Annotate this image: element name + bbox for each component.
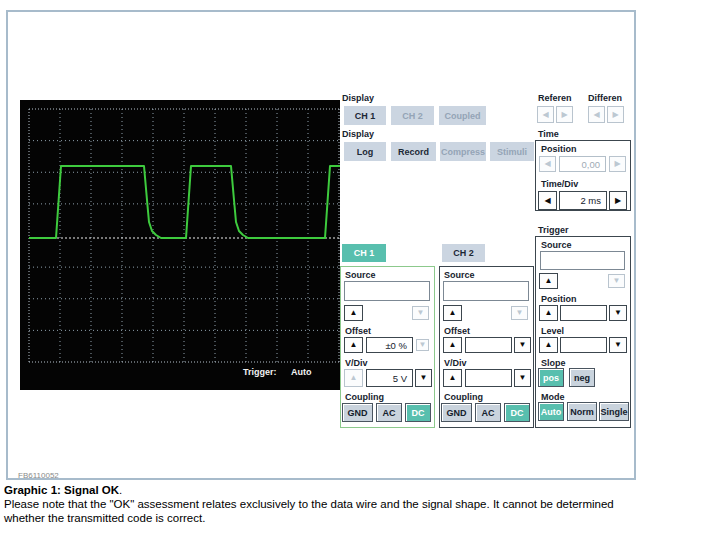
- ch1-offset-label: Offset: [345, 326, 371, 336]
- down-arrow-icon: ▼: [614, 341, 622, 349]
- record-button[interactable]: Record: [391, 142, 436, 161]
- ch2-offset-label: Offset: [444, 326, 470, 336]
- difference-prev-button[interactable]: ◀: [588, 106, 605, 123]
- caption-title-period: .: [119, 484, 122, 496]
- ch2-offset-value: [465, 337, 512, 353]
- trigger-level-down-button[interactable]: ▼: [609, 337, 627, 353]
- ch1-coupling-gnd-button[interactable]: GND: [342, 403, 373, 422]
- caption-line1: Please note that the "OK" assessment rel…: [4, 498, 614, 510]
- trigger-source-up-button[interactable]: ▲: [539, 273, 558, 289]
- slope-neg-button[interactable]: neg: [569, 368, 595, 387]
- time-position-decrease-button[interactable]: ◀: [539, 156, 556, 172]
- down-arrow-icon: ▼: [519, 374, 527, 382]
- trigger-section-box: Source ▲ ▼ Position ▲ ▼ Level ▲ ▼ Slope …: [535, 236, 631, 428]
- up-arrow-icon: ▲: [545, 309, 553, 317]
- ch2-offset-down-button[interactable]: ▼: [514, 337, 531, 353]
- tab-ch2[interactable]: CH 2: [442, 244, 485, 262]
- timediv-label: Time/Div: [541, 179, 578, 189]
- time-section-box: Position ◀ 0,00 ▶ Time/Div ◀ 2 ms ▶: [535, 140, 631, 211]
- ch1-display-button[interactable]: CH 1: [344, 106, 386, 125]
- ch1-source-up-button[interactable]: ▲: [344, 305, 363, 321]
- down-arrow-icon: ▼: [516, 309, 524, 317]
- right-arrow-icon: ▶: [612, 111, 618, 119]
- difference-next-button[interactable]: ▶: [607, 106, 624, 123]
- ch2-source-input[interactable]: [443, 281, 529, 301]
- timediv-increase-button[interactable]: ▶: [609, 191, 627, 210]
- ch2-coupling-gnd-button[interactable]: GND: [441, 403, 472, 422]
- time-position-label: Position: [541, 144, 577, 154]
- right-arrow-icon: ▶: [561, 111, 567, 119]
- display-channels-label: Display: [342, 93, 374, 103]
- ch2-vdiv-down-button[interactable]: ▼: [514, 369, 531, 387]
- up-arrow-icon: ▲: [350, 309, 358, 317]
- display-modes-label: Display: [342, 129, 374, 139]
- scope-grid: [29, 109, 339, 362]
- reference-next-button[interactable]: ▶: [556, 106, 573, 123]
- ch2-vdiv-label: V/Div: [444, 358, 467, 368]
- time-position-increase-button[interactable]: ▶: [609, 156, 626, 172]
- stimuli-button[interactable]: Stimuli: [490, 142, 534, 161]
- tab-ch1[interactable]: CH 1: [342, 244, 386, 262]
- ch2-source-down-button[interactable]: ▼: [511, 306, 528, 320]
- ch1-coupling-ac-button[interactable]: AC: [376, 403, 402, 422]
- ch1-offset-down-button[interactable]: ▼: [416, 339, 429, 351]
- ch1-vdiv-up-button[interactable]: ▲: [344, 369, 363, 387]
- scope-svg: [20, 100, 340, 390]
- trigger-source-label: Source: [541, 240, 572, 250]
- trigger-position-down-button[interactable]: ▼: [609, 305, 627, 321]
- down-arrow-icon: ▼: [614, 309, 622, 317]
- trigger-slope-label: Slope: [541, 358, 566, 368]
- down-arrow-icon: ▼: [419, 341, 427, 349]
- difference-label: Differen: [588, 93, 622, 103]
- caption-title: Graphic 1: Signal OK.: [4, 484, 122, 496]
- scope-trigger-label: Trigger:: [243, 367, 277, 377]
- ch2-display-button[interactable]: CH 2: [391, 106, 434, 125]
- document-frame: Trigger: Auto Display CH 1 CH 2 Coupled …: [6, 10, 636, 480]
- ch2-coupling-ac-button[interactable]: AC: [475, 403, 501, 422]
- trigger-level-value: [560, 337, 607, 353]
- ch2-vdiv-value: [465, 369, 512, 387]
- mode-single-button[interactable]: Single: [599, 402, 629, 421]
- time-section-label: Time: [538, 129, 559, 139]
- timediv-decrease-button[interactable]: ◀: [538, 191, 557, 210]
- trigger-position-up-button[interactable]: ▲: [539, 305, 558, 321]
- ch1-offset-value: ±0 %: [366, 337, 413, 353]
- mode-auto-button[interactable]: Auto: [538, 402, 564, 421]
- ch2-vdiv-up-button[interactable]: ▲: [443, 369, 462, 387]
- left-arrow-icon: ◀: [544, 160, 550, 168]
- trigger-level-up-button[interactable]: ▲: [539, 337, 558, 353]
- ch1-coupling-dc-button[interactable]: DC: [405, 403, 431, 422]
- scope-trigger-mode: Auto: [291, 367, 312, 377]
- ch2-coupling-dc-button[interactable]: DC: [504, 403, 530, 422]
- down-arrow-icon: ▼: [417, 309, 425, 317]
- timediv-value: 2 ms: [559, 191, 607, 210]
- trigger-position-label: Position: [541, 294, 577, 304]
- trigger-source-down-button[interactable]: ▼: [608, 274, 625, 288]
- compress-button[interactable]: Compress: [440, 142, 486, 161]
- right-arrow-icon: ▶: [614, 160, 620, 168]
- coupled-display-button[interactable]: Coupled: [439, 106, 486, 125]
- up-arrow-icon: ▲: [545, 341, 553, 349]
- reference-prev-button[interactable]: ◀: [537, 106, 554, 123]
- ch2-source-up-button[interactable]: ▲: [443, 305, 462, 321]
- left-arrow-icon: ◀: [593, 111, 599, 119]
- up-arrow-icon: ▲: [449, 341, 457, 349]
- ch1-vdiv-down-button[interactable]: ▼: [415, 369, 432, 387]
- trigger-position-value: [560, 305, 607, 321]
- log-button[interactable]: Log: [344, 142, 386, 161]
- ch1-source-input[interactable]: [344, 281, 430, 301]
- ch1-offset-up-button[interactable]: ▲: [344, 337, 363, 353]
- ch1-source-down-button[interactable]: ▼: [412, 306, 429, 320]
- ch1-vdiv-value: 5 V: [366, 369, 413, 387]
- ch1-vdiv-label: V/Div: [345, 358, 368, 368]
- trigger-section-label: Trigger: [538, 225, 569, 235]
- trigger-source-input[interactable]: [540, 251, 625, 270]
- right-arrow-icon: ▶: [615, 197, 621, 205]
- caption-line2: whether the transmitted code is correct.: [4, 512, 205, 524]
- ch2-offset-up-button[interactable]: ▲: [443, 337, 462, 353]
- ch2-source-label: Source: [444, 270, 475, 280]
- slope-pos-button[interactable]: pos: [538, 368, 564, 387]
- trigger-mode-label: Mode: [541, 392, 565, 402]
- ch1-source-label: Source: [345, 270, 376, 280]
- mode-norm-button[interactable]: Norm: [567, 402, 597, 421]
